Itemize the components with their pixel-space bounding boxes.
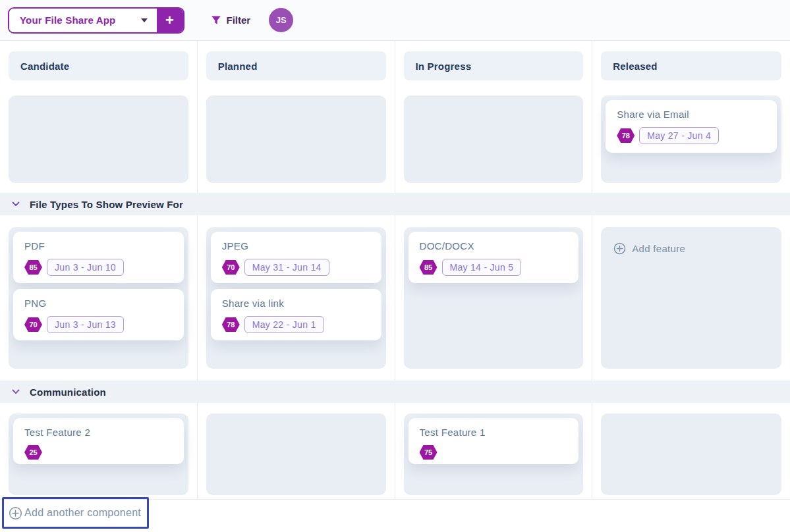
date-range-chip[interactable]: Jun 3 - Jun 10 bbox=[47, 259, 124, 276]
feature-title: PNG bbox=[24, 298, 173, 309]
feature-card-png[interactable]: PNG 70 Jun 3 - Jun 13 bbox=[13, 289, 184, 340]
filter-button[interactable]: Filter bbox=[211, 14, 251, 26]
column-released: Released Share via Email 78 May 27 - Jun… bbox=[592, 41, 790, 193]
column-released: Add feature bbox=[592, 215, 790, 381]
chevron-down-icon bbox=[12, 201, 20, 207]
add-feature-button[interactable]: Add feature bbox=[606, 232, 693, 265]
section-row-file-types: PDF 85 Jun 3 - Jun 10 PNG 70 Jun 3 - Jun… bbox=[0, 215, 790, 381]
feature-title: PDF bbox=[24, 240, 173, 252]
drop-zone: JPEG 70 May 31 - Jun 14 Share via link 7… bbox=[206, 227, 386, 369]
app-selector-value: Your File Share App bbox=[20, 14, 134, 26]
section-header-communication: Communication bbox=[0, 381, 790, 403]
add-component-label: Add another component bbox=[24, 507, 141, 519]
feature-card-share-via-link[interactable]: Share via link 78 May 22 - Jun 1 bbox=[211, 289, 381, 340]
column-label: In Progress bbox=[416, 61, 472, 72]
collapse-section-button[interactable] bbox=[11, 200, 21, 208]
app-selector[interactable]: Your File Share App bbox=[9, 9, 157, 32]
score-badge[interactable]: 25 bbox=[24, 445, 42, 460]
feature-card-pdf[interactable]: PDF 85 Jun 3 - Jun 10 bbox=[13, 232, 184, 283]
chevron-down-icon bbox=[12, 389, 20, 394]
topbar: Your File Share App + Filter JS bbox=[0, 0, 790, 41]
score-badge[interactable]: 75 bbox=[420, 445, 437, 460]
date-range-chip[interactable]: May 22 - Jun 1 bbox=[244, 316, 324, 333]
column-header-candidate: Candidate bbox=[9, 51, 188, 80]
feature-card-test-feature-1[interactable]: Test Feature 1 75 bbox=[409, 418, 579, 464]
drop-zone: PDF 85 Jun 3 - Jun 10 PNG 70 Jun 3 - Jun… bbox=[9, 227, 188, 369]
date-range-chip[interactable]: May 14 - Jun 5 bbox=[442, 259, 522, 276]
filter-label: Filter bbox=[227, 14, 251, 26]
feature-title: JPEG bbox=[222, 240, 370, 252]
column-header-planned: Planned bbox=[206, 51, 386, 80]
column-in-progress: Test Feature 1 75 bbox=[395, 403, 593, 499]
date-range-chip[interactable]: Jun 3 - Jun 13 bbox=[47, 316, 124, 333]
feature-title: DOC/DOCX bbox=[420, 240, 568, 252]
add-feature-label: Add feature bbox=[632, 243, 685, 254]
user-avatar[interactable]: JS bbox=[269, 8, 293, 32]
section-row-communication: Test Feature 2 25 Test Feature 1 75 bbox=[0, 403, 790, 499]
column-header-in-progress: In Progress bbox=[404, 51, 584, 80]
column-candidate: PDF 85 Jun 3 - Jun 10 PNG 70 Jun 3 - Jun… bbox=[0, 215, 198, 381]
add-app-button[interactable]: + bbox=[157, 9, 183, 32]
score-badge[interactable]: 70 bbox=[24, 317, 42, 332]
section-title: Communication bbox=[30, 386, 106, 398]
chevron-down-icon bbox=[141, 18, 148, 22]
feature-title: Share via link bbox=[222, 298, 370, 309]
feature-title: Test Feature 1 bbox=[420, 427, 568, 438]
app-selector-group: Your File Share App + bbox=[8, 7, 184, 34]
column-label: Planned bbox=[218, 61, 258, 72]
drop-zone: Share via Email 78 May 27 - Jun 4 bbox=[601, 95, 781, 183]
feature-card-share-via-email[interactable]: Share via Email 78 May 27 - Jun 4 bbox=[606, 100, 777, 153]
column-in-progress: In Progress bbox=[395, 41, 593, 193]
drop-zone: Test Feature 1 75 bbox=[404, 413, 584, 495]
circle-plus-icon bbox=[9, 506, 22, 520]
column-label: Released bbox=[613, 61, 657, 72]
feature-title: Test Feature 2 bbox=[24, 427, 173, 438]
section-header-file-types: File Types To Show Preview For bbox=[0, 193, 790, 215]
drop-zone-empty bbox=[9, 95, 188, 183]
column-candidate: Candidate bbox=[0, 41, 198, 193]
drop-zone-empty bbox=[206, 413, 386, 495]
feature-card-doc-docx[interactable]: DOC/DOCX 85 May 14 - Jun 5 bbox=[409, 232, 579, 283]
drop-zone: Test Feature 2 25 bbox=[9, 413, 188, 495]
date-range-chip[interactable]: May 31 - Jun 14 bbox=[244, 259, 329, 276]
add-component-button[interactable]: Add another component bbox=[2, 497, 149, 529]
column-label: Candidate bbox=[20, 61, 69, 72]
column-header-released: Released bbox=[601, 51, 781, 80]
column-released bbox=[592, 403, 790, 499]
board-footer: Add another component bbox=[0, 499, 790, 532]
status-row: Candidate Planned In Progress Released S… bbox=[0, 41, 790, 193]
collapse-section-button[interactable] bbox=[11, 388, 21, 396]
section-title: File Types To Show Preview For bbox=[30, 199, 183, 210]
drop-zone-empty bbox=[601, 413, 781, 495]
feature-card-test-feature-2[interactable]: Test Feature 2 25 bbox=[13, 418, 184, 464]
drop-zone-empty bbox=[206, 95, 386, 183]
score-badge[interactable]: 85 bbox=[24, 260, 42, 275]
score-badge[interactable]: 78 bbox=[222, 317, 240, 332]
filter-funnel-icon bbox=[211, 15, 221, 26]
column-planned bbox=[198, 403, 395, 499]
drop-zone: Add feature bbox=[601, 227, 781, 369]
feature-title: Share via Email bbox=[617, 109, 766, 120]
drop-zone-empty bbox=[404, 95, 584, 183]
column-planned: JPEG 70 May 31 - Jun 14 Share via link 7… bbox=[198, 215, 395, 381]
drop-zone: DOC/DOCX 85 May 14 - Jun 5 bbox=[404, 227, 584, 369]
date-range-chip[interactable]: May 27 - Jun 4 bbox=[639, 127, 719, 144]
score-badge[interactable]: 85 bbox=[420, 260, 437, 275]
feature-card-jpeg[interactable]: JPEG 70 May 31 - Jun 14 bbox=[211, 232, 381, 283]
column-candidate: Test Feature 2 25 bbox=[0, 403, 198, 499]
score-badge[interactable]: 70 bbox=[222, 260, 240, 275]
column-in-progress: DOC/DOCX 85 May 14 - Jun 5 bbox=[395, 215, 593, 381]
circle-plus-icon bbox=[613, 242, 626, 255]
column-planned: Planned bbox=[198, 41, 395, 193]
score-badge[interactable]: 78 bbox=[617, 128, 635, 143]
